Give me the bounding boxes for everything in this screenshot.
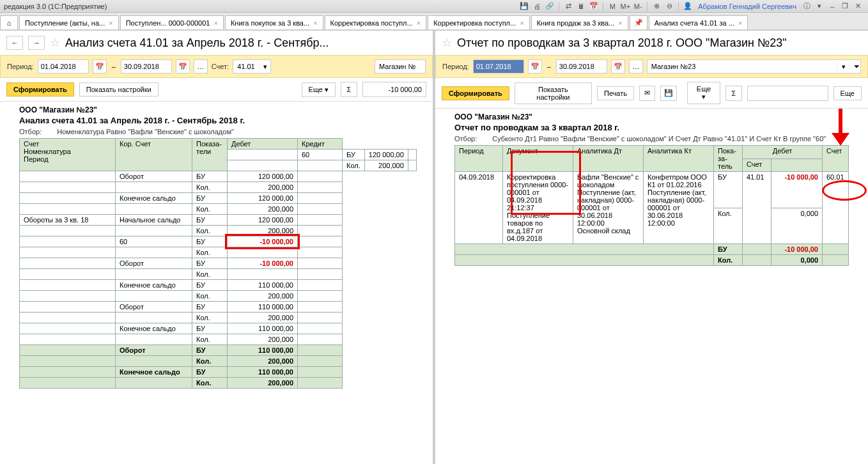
tab-1[interactable]: Поступлен... 0000-000001× [120, 15, 224, 29]
sigma-icon[interactable]: Σ [341, 82, 357, 97]
table-row[interactable]: ОборотБУ-10 000,00 [20, 258, 417, 269]
user-name[interactable]: Абрамов Геннадий Сергеевич [698, 3, 796, 10]
link-icon[interactable]: 🔗 [544, 1, 555, 12]
form-button[interactable]: Сформировать [442, 86, 509, 100]
table-row[interactable]: Кол.200,000 [20, 313, 417, 323]
amount-value: -10 000,00 [362, 82, 426, 97]
show-settings-button[interactable]: Показать настройки [515, 82, 592, 104]
minimize-icon[interactable]: – [826, 1, 838, 12]
org-combo[interactable]: Магазин №23▾⏷ [647, 59, 861, 73]
tab-pin[interactable]: 📌 [630, 15, 647, 29]
calendar-icon[interactable]: 📅 [93, 59, 107, 73]
close-icon[interactable]: × [738, 19, 742, 27]
close-icon[interactable]: × [618, 19, 622, 27]
table-row[interactable]: Кол.200,000 [20, 356, 417, 367]
favorite-icon[interactable]: ☆ [442, 36, 452, 50]
pane-title: Анализ счета 41.01 за Апрель 2018 г. - С… [65, 36, 329, 50]
info-icon[interactable]: ⓘ [801, 1, 812, 12]
calendar-icon[interactable]: 📅 [588, 1, 600, 12]
table-row[interactable]: 04.09.2018Корректировка поступления 0000… [455, 172, 849, 208]
period-to[interactable] [121, 59, 172, 73]
table-row[interactable]: Кол. [20, 247, 417, 258]
dropdown-icon[interactable]: ▾ [814, 1, 825, 12]
save-icon[interactable]: 💾 [660, 86, 676, 101]
show-settings-button[interactable]: Показать настройки [79, 82, 159, 97]
more-button[interactable]: Еще ▾ [302, 82, 336, 97]
amount-value [747, 86, 828, 101]
table-row[interactable]: Кол.200,000 [20, 182, 417, 193]
tab-2[interactable]: Книга покупок за 3 ква...× [225, 15, 323, 29]
filter-label: Отбор: [454, 135, 477, 143]
form-button[interactable]: Сформировать [6, 82, 74, 97]
period-label: Период: [442, 63, 469, 70]
close-icon[interactable]: × [520, 19, 523, 27]
m-icon[interactable]: M [607, 1, 618, 12]
tab-6[interactable]: Анализ счета 41.01 за ...× [649, 15, 748, 29]
table-row[interactable]: Кол.200,000 [20, 334, 417, 345]
org-name: ООО "Магазин №23" [19, 105, 426, 114]
table-row[interactable]: Кол.200,000 [20, 204, 417, 215]
table-row[interactable]: Кол.200,000 [20, 291, 417, 302]
table-row[interactable]: Конечное сальдоБУ110 000,00 [20, 280, 417, 291]
mail-icon[interactable]: ✉ [639, 86, 655, 101]
close-icon[interactable]: × [213, 19, 217, 27]
app-title: редакция 3.0 (1С:Предприятие) [4, 3, 107, 10]
forward-button[interactable]: → [28, 36, 45, 50]
calendar-icon[interactable]: 📅 [176, 59, 190, 73]
table-row[interactable]: ОборотБУ120 000,00 [20, 171, 417, 182]
period-to[interactable] [556, 59, 607, 73]
table-row[interactable]: ОборотБУ110 000,00 [20, 302, 417, 313]
filter-label: Отбор: [19, 128, 42, 135]
period-picker[interactable]: … [629, 59, 643, 73]
close-icon[interactable]: × [109, 19, 112, 27]
org-combo[interactable]: Магазин № [375, 59, 426, 73]
tab-home[interactable]: ⌂ [0, 15, 18, 29]
calendar-icon[interactable]: 📅 [611, 59, 625, 73]
back-button[interactable]: ← [6, 36, 23, 50]
calendar-icon[interactable]: 📅 [528, 59, 542, 73]
tab-3[interactable]: Корректировка поступл...× [325, 15, 427, 29]
restore-icon[interactable]: ❐ [839, 1, 851, 12]
tab-4[interactable]: Корректировка поступл...× [428, 15, 530, 29]
filter-value: Номенклатура Равно "Вафли "Венские" с шо… [57, 128, 234, 135]
print-icon[interactable]: 🖨 [531, 1, 543, 12]
filter-value: Субконто Дт1 Равно "Вафли "Венские" с шо… [492, 135, 826, 143]
report-table: ПериодДокументАналитика ДтАналитика КтПо… [454, 145, 849, 266]
compare-icon[interactable]: ⇄ [562, 1, 574, 12]
user-icon: 👤 [682, 1, 694, 12]
close-icon[interactable]: × [313, 19, 317, 27]
m-plus-icon[interactable]: M+ [619, 1, 631, 12]
table-row[interactable]: Кол.200,000 [20, 378, 417, 389]
tab-0[interactable]: Поступление (акты, на...× [19, 15, 119, 29]
table-row[interactable]: Конечное сальдоБУ110 000,00 [20, 323, 417, 334]
m-minus-icon[interactable]: M- [632, 1, 644, 12]
more-button-2[interactable]: Еще [833, 86, 862, 100]
pane-title: Отчет по проводкам за 3 квартал 2018 г. … [457, 36, 787, 50]
close-icon[interactable]: × [417, 19, 421, 27]
zoom-out-icon[interactable]: ⊖ [663, 1, 675, 12]
report-title: Отчет по проводкам за 3 квартал 2018 г. [454, 123, 862, 132]
favorite-icon[interactable]: ☆ [50, 36, 60, 50]
sigma-icon[interactable]: Σ [725, 86, 741, 101]
table-row: БУ-10 000,00 [455, 244, 849, 255]
tab-5[interactable]: Книга продаж за 3 ква...× [531, 15, 628, 29]
close-icon[interactable]: ✕ [852, 1, 864, 12]
zoom-in-icon[interactable]: ⊕ [651, 1, 662, 12]
table-row[interactable]: 60БУ-10 000,00 [20, 236, 417, 247]
table-row[interactable]: ОборотБУ110 000,00 [20, 345, 417, 356]
account-combo[interactable]: 41.01▾ [233, 59, 271, 73]
save-icon[interactable]: 💾 [518, 1, 530, 12]
table-row[interactable]: Обороты за 3 кв. 18Начальное сальдоБУ120… [20, 215, 417, 226]
table-row[interactable]: Конечное сальдоБУ120 000,00 [20, 193, 417, 204]
table-row[interactable]: Кол. [20, 269, 417, 280]
table-row[interactable]: Конечное сальдоБУ110 000,00 [20, 367, 417, 378]
report-table: СчетНоменклатураПериодКор. СчетПоказа- т… [19, 138, 417, 389]
more-button[interactable]: Еще ▾ [687, 82, 721, 104]
period-from[interactable] [473, 59, 524, 73]
period-picker[interactable]: … [194, 59, 208, 73]
period-label: Период: [7, 63, 34, 70]
period-from[interactable] [38, 59, 89, 73]
print-button[interactable]: Печать [597, 86, 634, 100]
calc-icon[interactable]: 🖩 [575, 1, 587, 12]
table-row[interactable]: Кол.200,000 [20, 226, 417, 236]
